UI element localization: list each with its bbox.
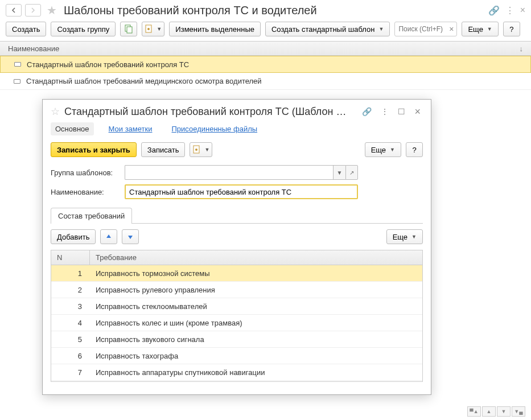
doc-dropdown-button[interactable]: ▼ bbox=[142, 22, 164, 36]
cell-req: Исправность тахографа bbox=[90, 352, 422, 360]
dialog-kebab-icon[interactable]: ⋮ bbox=[378, 107, 391, 116]
name-label: Наименование: bbox=[51, 188, 119, 196]
req-more-button[interactable]: Еще▼ bbox=[386, 229, 423, 244]
table-row[interactable]: 4 Исправность колес и шин (кроме трамвая… bbox=[51, 315, 422, 331]
svg-point-3 bbox=[147, 28, 150, 30]
col-n-header[interactable]: N bbox=[51, 250, 90, 265]
table-row[interactable]: 1 Исправность тормозной системы bbox=[51, 265, 422, 282]
list-item-label: Стандартный шаблон требований контроля Т… bbox=[27, 60, 189, 69]
dropdown-icon[interactable]: ▼ bbox=[333, 165, 345, 180]
cell-n: 4 bbox=[51, 319, 90, 327]
open-icon[interactable]: ↗ bbox=[345, 165, 358, 180]
favorite-icon[interactable]: ★ bbox=[47, 3, 57, 17]
col-name-header: Наименование bbox=[8, 44, 59, 53]
svg-rect-1 bbox=[127, 27, 132, 33]
cell-n: 7 bbox=[51, 368, 90, 377]
scroll-up-button[interactable]: ▲ bbox=[482, 406, 496, 417]
tab-main[interactable]: Основное bbox=[51, 122, 94, 135]
scroll-down-button[interactable]: ▼ bbox=[497, 406, 511, 417]
table-row[interactable]: 3 Исправность стеклоомывателей bbox=[51, 298, 422, 315]
req-more-label: Еще bbox=[393, 233, 407, 241]
cell-n: 6 bbox=[51, 352, 90, 360]
window-header: ★ Шаблоны требований контроля ТС и водит… bbox=[0, 0, 531, 19]
dialog-link-icon[interactable]: 🔗 bbox=[360, 107, 374, 116]
edit-selected-button[interactable]: Изменить выделенные bbox=[169, 22, 261, 36]
dialog-close-icon[interactable]: × bbox=[412, 106, 423, 118]
scroll-bottom-button[interactable]: ▼▄ bbox=[512, 406, 525, 417]
create-std-template-button[interactable]: Создать стандартный шаблон▼ bbox=[265, 22, 390, 36]
dialog-maximize-icon[interactable]: ☐ bbox=[396, 107, 407, 116]
cell-req: Исправность рулевого управления bbox=[90, 286, 422, 294]
col-requirement-header[interactable]: Требование bbox=[90, 250, 422, 265]
help-button[interactable]: ? bbox=[503, 22, 520, 36]
create-std-template-label: Создать стандартный шаблон bbox=[271, 25, 375, 34]
dialog-header: ☆ Стандартный шаблон требований контроля… bbox=[43, 100, 431, 122]
dialog-command-bar: Записать и закрыть Записать ▼ Еще▼ ? bbox=[43, 135, 431, 163]
requirements-body[interactable]: 1 Исправность тормозной системы 2 Исправ… bbox=[51, 265, 422, 381]
list-item[interactable]: Стандартный шаблон требований контроля Т… bbox=[0, 56, 531, 73]
move-up-button[interactable] bbox=[100, 229, 117, 244]
bottom-nav: ▀▲ ▲ ▼ ▼▄ bbox=[467, 406, 525, 417]
create-button[interactable]: Создать bbox=[6, 22, 46, 36]
cell-req: Исправность стеклоомывателей bbox=[90, 302, 422, 311]
list-item-label: Стандартный шаблон требований медицинско… bbox=[26, 77, 262, 85]
dialog-title: Стандартный шаблон требований контроля Т… bbox=[64, 106, 355, 118]
copy-button[interactable] bbox=[120, 22, 137, 36]
nav-forward-button[interactable] bbox=[25, 4, 41, 17]
table-row[interactable]: 5 Исправность звукового сигнала bbox=[51, 331, 422, 348]
move-down-button[interactable] bbox=[122, 229, 139, 244]
cell-n: 2 bbox=[51, 286, 90, 294]
save-button[interactable]: Записать bbox=[141, 142, 186, 157]
item-icon bbox=[14, 62, 21, 67]
table-row[interactable]: 2 Исправность рулевого управления bbox=[51, 282, 422, 298]
name-input[interactable] bbox=[125, 184, 358, 199]
table-row[interactable]: 7 Исправность аппаратуры спутниковой нав… bbox=[51, 364, 422, 381]
kebab-icon[interactable]: ⋮ bbox=[505, 5, 514, 16]
create-group-button[interactable]: Создать группу bbox=[51, 22, 116, 36]
name-row: Наименование: bbox=[43, 182, 431, 201]
scroll-top-button[interactable]: ▀▲ bbox=[467, 406, 481, 417]
more-button[interactable]: Еще▼ bbox=[462, 22, 498, 36]
template-group-label: Группа шаблонов: bbox=[51, 168, 119, 177]
sort-arrow-icon: ↓ bbox=[520, 44, 524, 53]
dialog-tabs: Основное Мои заметки Присоединенные файл… bbox=[43, 122, 431, 135]
requirements-command-bar: Добавить Еще▼ bbox=[43, 224, 431, 250]
cell-n: 5 bbox=[51, 335, 90, 344]
command-bar: Создать Создать группу ▼ Изменить выделе… bbox=[0, 19, 531, 41]
more-label: Еще bbox=[468, 25, 483, 34]
cell-req: Исправность звукового сигнала bbox=[90, 335, 422, 344]
template-group-row: Группа шаблонов: ▼ ↗ bbox=[43, 163, 431, 182]
link-icon[interactable]: 🔗 bbox=[488, 5, 500, 16]
page-title: Шаблоны требований контроля ТС и водител… bbox=[64, 4, 317, 17]
dialog-more-label: Еще bbox=[371, 146, 386, 154]
doc-action-button[interactable]: ▼ bbox=[190, 142, 212, 157]
edit-dialog: ☆ Стандартный шаблон требований контроля… bbox=[42, 99, 431, 395]
cell-n: 1 bbox=[51, 269, 90, 278]
dialog-more-button[interactable]: Еще▼ bbox=[365, 142, 401, 157]
template-group-input[interactable] bbox=[125, 165, 333, 180]
close-icon[interactable]: × bbox=[520, 5, 525, 15]
svg-point-5 bbox=[195, 149, 197, 151]
item-icon bbox=[14, 79, 20, 84]
search-clear-icon[interactable]: × bbox=[449, 24, 454, 34]
list-header[interactable]: Наименование ↓ bbox=[0, 41, 531, 56]
requirements-table: N Требование 1 Исправность тормозной сис… bbox=[51, 250, 423, 382]
requirements-tabstrip: Состав требований bbox=[51, 207, 423, 224]
search-input[interactable] bbox=[394, 22, 457, 36]
cell-req: Исправность аппаратуры спутниковой навиг… bbox=[90, 368, 422, 377]
tab-files[interactable]: Присоединенные файлы bbox=[167, 122, 262, 135]
save-close-button[interactable]: Записать и закрыть bbox=[51, 142, 137, 157]
dialog-favorite-icon[interactable]: ☆ bbox=[51, 105, 60, 118]
nav-back-button[interactable] bbox=[6, 4, 22, 17]
cell-n: 3 bbox=[51, 302, 90, 311]
cell-req: Исправность тормозной системы bbox=[90, 269, 422, 278]
table-row[interactable]: 6 Исправность тахографа bbox=[51, 348, 422, 364]
list-item[interactable]: Стандартный шаблон требований медицинско… bbox=[0, 73, 531, 90]
dialog-help-button[interactable]: ? bbox=[406, 142, 423, 157]
tab-requirements[interactable]: Состав требований bbox=[51, 208, 132, 224]
cell-req: Исправность колес и шин (кроме трамвая) bbox=[90, 319, 422, 327]
tab-notes[interactable]: Мои заметки bbox=[104, 122, 157, 135]
add-button[interactable]: Добавить bbox=[51, 229, 96, 244]
